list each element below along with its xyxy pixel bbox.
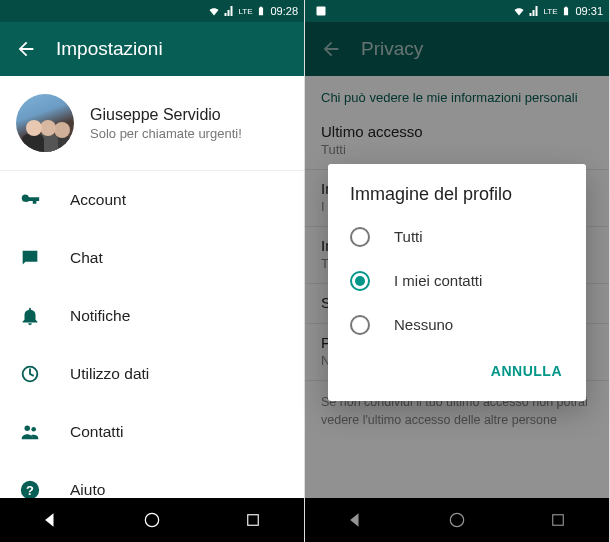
chat-icon	[18, 246, 42, 270]
battery-icon	[255, 5, 267, 17]
status-time: 09:28	[270, 5, 298, 17]
settings-item-label: Account	[70, 191, 126, 209]
nav-bar	[0, 498, 304, 542]
settings-item-help[interactable]: ? Aiuto	[0, 461, 304, 498]
image-icon	[315, 5, 327, 17]
nav-home[interactable]	[141, 509, 163, 531]
help-icon: ?	[18, 478, 42, 498]
profile-status: Solo per chiamate urgenti!	[90, 126, 242, 141]
avatar	[16, 94, 74, 152]
status-bar: LTE 09:31	[305, 0, 609, 22]
dialog-title: Immagine del profilo	[328, 184, 586, 215]
status-time: 09:31	[575, 5, 603, 17]
profile-photo-dialog: Immagine del profilo Tutti I miei contat…	[328, 164, 586, 401]
settings-item-notifications[interactable]: Notifiche	[0, 287, 304, 345]
radio-icon	[350, 227, 370, 247]
modal-scrim[interactable]: Immagine del profilo Tutti I miei contat…	[305, 22, 609, 542]
signal-icon	[528, 5, 540, 17]
data-icon	[18, 362, 42, 386]
settings-screen: LTE 09:28 Impostazioni Giuseppe Servidio…	[0, 0, 305, 542]
settings-item-account[interactable]: Account	[0, 171, 304, 229]
lte-icon: LTE	[238, 5, 252, 17]
wifi-icon	[208, 5, 220, 17]
profile-name: Giuseppe Servidio	[90, 106, 242, 124]
cancel-button[interactable]: ANNULLA	[481, 355, 572, 387]
contacts-icon	[18, 420, 42, 444]
dialog-option-everyone[interactable]: Tutti	[328, 215, 586, 259]
svg-rect-6	[248, 515, 259, 526]
settings-item-label: Aiuto	[70, 481, 105, 498]
signal-icon	[223, 5, 235, 17]
settings-item-label: Utilizzo dati	[70, 365, 149, 383]
settings-item-label: Contatti	[70, 423, 123, 441]
battery-icon	[560, 5, 572, 17]
dialog-option-contacts[interactable]: I miei contatti	[328, 259, 586, 303]
settings-item-label: Chat	[70, 249, 103, 267]
settings-list: Account Chat Notifiche Utilizzo dati Con…	[0, 171, 304, 498]
option-label: Nessuno	[394, 316, 453, 333]
svg-rect-7	[317, 7, 326, 16]
settings-item-contacts[interactable]: Contatti	[0, 403, 304, 461]
settings-item-label: Notifiche	[70, 307, 130, 325]
option-label: Tutti	[394, 228, 423, 245]
nav-recent[interactable]	[242, 509, 264, 531]
page-title: Impostazioni	[56, 38, 163, 60]
privacy-screen: LTE 09:31 Privacy Chi può vedere le mie …	[305, 0, 610, 542]
svg-point-5	[145, 513, 158, 526]
svg-text:?: ?	[26, 483, 34, 498]
profile-row[interactable]: Giuseppe Servidio Solo per chiamate urge…	[0, 76, 304, 171]
wifi-icon	[513, 5, 525, 17]
settings-item-chat[interactable]: Chat	[0, 229, 304, 287]
option-label: I miei contatti	[394, 272, 482, 289]
app-header: Impostazioni	[0, 22, 304, 76]
lte-icon: LTE	[543, 5, 557, 17]
key-icon	[18, 188, 42, 212]
back-icon[interactable]	[12, 35, 40, 63]
settings-item-data[interactable]: Utilizzo dati	[0, 345, 304, 403]
bell-icon	[18, 304, 42, 328]
status-bar: LTE 09:28	[0, 0, 304, 22]
dialog-option-nobody[interactable]: Nessuno	[328, 303, 586, 347]
svg-point-1	[25, 426, 31, 432]
radio-icon-selected	[350, 271, 370, 291]
radio-icon	[350, 315, 370, 335]
svg-point-2	[31, 427, 36, 432]
nav-back[interactable]	[40, 509, 62, 531]
